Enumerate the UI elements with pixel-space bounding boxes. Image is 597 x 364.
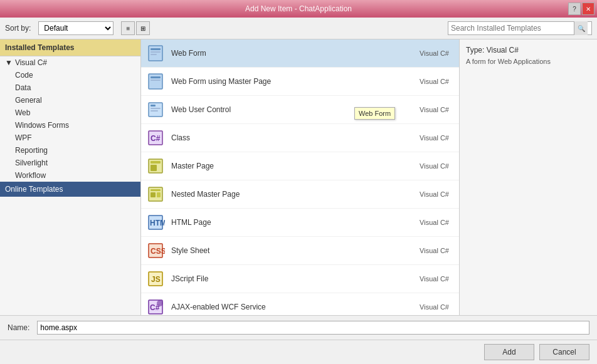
wcf-icon: C# — [146, 297, 166, 315]
template-name: Master Page — [171, 162, 415, 170]
template-name: Web Form using Master Page — [171, 77, 415, 86]
svg-rect-2 — [151, 51, 161, 53]
add-button[interactable]: Add — [484, 344, 534, 360]
close-button[interactable]: ✕ — [582, 3, 594, 15]
sidebar-item-web[interactable]: Web — [0, 107, 140, 119]
info-description: A form for Web Applications — [466, 57, 591, 66]
svg-rect-6 — [151, 80, 161, 81]
template-row[interactable]: C# Class Visual C# — [141, 124, 459, 152]
cancel-button[interactable]: Cancel — [539, 344, 589, 360]
title-bar: Add New Item - ChatApplication ? ✕ — [0, 0, 597, 18]
webform-icon — [146, 43, 166, 63]
template-list: Web Form Visual C# Web Form using Master… — [141, 39, 459, 315]
svg-rect-10 — [151, 110, 158, 112]
expand-icon: ▼ — [5, 58, 13, 67]
style-sheet-icon: CSS — [146, 241, 166, 261]
template-name: HTML Page — [171, 218, 415, 227]
name-input[interactable] — [37, 321, 589, 335]
svg-rect-19 — [157, 192, 161, 197]
template-name: Web Form — [171, 49, 415, 58]
sidebar-header: Installed Templates — [0, 39, 140, 56]
template-row[interactable]: JS JScript File Visual C# — [141, 265, 459, 293]
svg-rect-4 — [149, 74, 162, 89]
template-lang: Visual C# — [420, 219, 449, 226]
sidebar-item-general[interactable]: General — [0, 94, 140, 107]
svg-rect-3 — [151, 54, 157, 55]
template-name: AJAX-enabled WCF Service — [171, 303, 415, 311]
sidebar: Installed Templates ▼ Visual C# Code Dat… — [0, 39, 141, 315]
title-bar-buttons: ? ✕ — [568, 3, 594, 15]
master-page-icon — [146, 156, 166, 176]
sidebar-item-windows-forms[interactable]: Windows Forms — [0, 119, 140, 132]
grid-view-button[interactable]: ⊞ — [136, 21, 150, 35]
template-lang: Visual C# — [420, 134, 449, 142]
search-box: 🔍 — [448, 21, 592, 35]
svg-rect-18 — [151, 192, 156, 197]
template-name: JScript File — [171, 274, 415, 283]
footer-buttons: Add Cancel — [0, 340, 597, 364]
svg-rect-9 — [151, 108, 161, 109]
search-input[interactable] — [448, 24, 574, 33]
template-lang: Visual C# — [420, 275, 449, 283]
template-row[interactable]: HTML HTML Page Visual C# — [141, 209, 459, 237]
svg-text:C#: C# — [151, 134, 161, 143]
view-buttons: ≡ ⊞ — [121, 21, 150, 35]
template-name: Style Sheet — [171, 246, 415, 255]
svg-point-28 — [157, 300, 163, 306]
sidebar-item-code[interactable]: Code — [0, 69, 140, 81]
sidebar-item-data[interactable]: Data — [0, 81, 140, 94]
web-user-control-icon — [146, 100, 166, 120]
sidebar-item-online-templates[interactable]: Online Templates — [0, 182, 140, 197]
sidebar-item-workflow[interactable]: Workflow — [0, 169, 140, 182]
name-label: Name: — [8, 323, 29, 332]
svg-rect-14 — [151, 161, 161, 164]
svg-text:JS: JS — [151, 275, 161, 284]
template-row[interactable]: Master Page Visual C# — [141, 152, 459, 180]
template-lang: Visual C# — [420, 49, 449, 57]
svg-rect-0 — [149, 46, 162, 61]
template-lang: Visual C# — [420, 106, 449, 113]
template-row[interactable]: Web Form Visual C# — [141, 39, 459, 68]
sidebar-item-reporting[interactable]: Reporting — [0, 144, 140, 157]
template-row[interactable]: Web User Control Visual C# — [141, 96, 459, 124]
jscript-icon: JS — [146, 269, 166, 289]
name-row: Name: — [0, 315, 597, 340]
toolbar-row: Sort by: Default ≡ ⊞ 🔍 — [0, 18, 597, 39]
template-row[interactable]: CSS Style Sheet Visual C# — [141, 237, 459, 265]
svg-rect-17 — [151, 189, 161, 191]
nested-master-page-icon — [146, 184, 166, 204]
sidebar-item-silverlight[interactable]: Silverlight — [0, 157, 140, 169]
template-lang: Visual C# — [420, 247, 449, 254]
sidebar-item-visual-csharp[interactable]: ▼ Visual C# — [0, 56, 140, 69]
svg-rect-1 — [151, 48, 161, 50]
svg-rect-5 — [151, 76, 161, 78]
sidebar-item-wpf[interactable]: WPF — [0, 132, 140, 144]
template-row[interactable]: Nested Master Page Visual C# — [141, 180, 459, 209]
svg-rect-15 — [151, 165, 157, 171]
html-page-icon: HTML — [146, 212, 166, 232]
sort-dropdown[interactable]: Default — [38, 21, 114, 35]
info-panel: Type: Visual C# A form for Web Applicati… — [459, 39, 597, 315]
webform-master-icon — [146, 71, 166, 91]
template-name: Class — [171, 133, 415, 142]
main-area: Installed Templates ▼ Visual C# Code Dat… — [0, 39, 597, 315]
template-row[interactable]: C# AJAX-enabled WCF Service Visual C# — [141, 293, 459, 315]
template-name: Nested Master Page — [171, 190, 415, 199]
template-lang: Visual C# — [420, 162, 449, 170]
svg-rect-8 — [151, 105, 156, 107]
help-button[interactable]: ? — [568, 3, 581, 15]
info-type-label: Type: Visual C# — [466, 46, 591, 55]
template-lang: Visual C# — [420, 190, 449, 198]
dialog-body: Sort by: Default ≡ ⊞ 🔍 Installed Templat… — [0, 18, 597, 364]
class-icon: C# — [146, 128, 166, 148]
template-lang: Visual C# — [420, 303, 449, 311]
template-lang: Visual C# — [420, 78, 449, 85]
svg-text:CSS: CSS — [151, 247, 165, 256]
list-view-button[interactable]: ≡ — [121, 21, 135, 35]
sort-label: Sort by: — [5, 24, 31, 33]
svg-text:HTML: HTML — [150, 219, 165, 227]
template-row[interactable]: Web Form using Master Page Visual C# — [141, 68, 459, 96]
tooltip: Web Form — [354, 107, 395, 120]
dialog-title: Add New Item - ChatApplication — [245, 4, 352, 13]
search-button[interactable]: 🔍 — [574, 21, 588, 35]
